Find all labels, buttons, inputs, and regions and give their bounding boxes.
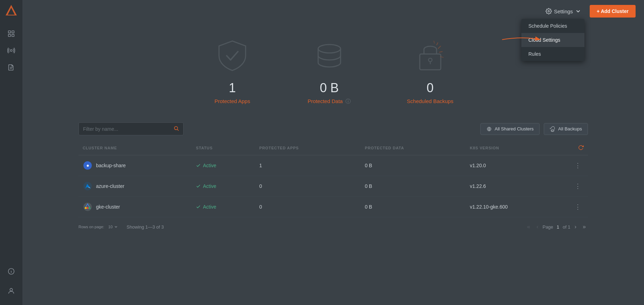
scheduled-backups-value: 0	[427, 81, 434, 95]
svg-line-20	[439, 52, 443, 52]
prev-page-button[interactable]: ‹	[534, 223, 540, 231]
col-k8s-version: K8S VERSION	[466, 141, 568, 155]
check-icon	[196, 204, 201, 209]
shield-icon	[213, 36, 252, 75]
next-page-button[interactable]: ›	[573, 223, 578, 231]
protected-data-label: Protected Data ⓘ	[308, 98, 351, 105]
status-cell-backup-share: Active	[192, 155, 255, 176]
table-row[interactable]: ⎈ backup-share Active 1 0 B v1.20.0 ⋮	[78, 155, 588, 176]
svg-rect-5	[12, 34, 14, 36]
sidebar-item-dashboard[interactable]	[4, 27, 18, 41]
svg-point-17	[429, 58, 432, 62]
help-icon[interactable]: ⓘ	[345, 98, 351, 104]
svg-point-37	[89, 207, 90, 209]
status-cell-gke-cluster: Active	[192, 197, 255, 217]
actions-cell-azure-cluster: ⋮	[568, 176, 588, 197]
refresh-button[interactable]	[578, 144, 584, 151]
svg-rect-3	[12, 31, 14, 33]
svg-point-12	[10, 289, 12, 291]
more-button-azure-cluster[interactable]: ⋮	[572, 181, 584, 191]
rows-per-page-label: Rows on page:	[78, 225, 104, 229]
all-backups-label: All Backups	[558, 126, 582, 131]
protected-data-cell-azure-cluster: 0 B	[361, 176, 466, 197]
search-icon	[173, 126, 179, 131]
protected-data-value: 0 B	[320, 81, 339, 95]
sidebar-item-documents[interactable]	[4, 60, 18, 74]
table-row[interactable]: azure-cluster Active 0 0 B v1.22.6 ⋮	[78, 176, 588, 197]
all-shared-clusters-button[interactable]: All Shared Clusters	[480, 123, 540, 135]
svg-point-28	[551, 129, 554, 131]
table-footer: Rows on page: 10 Showing 1—3 of 3 « ‹ Pa…	[22, 217, 644, 236]
clusters-table: CLUSTER NAME STATUS PROTECTED APPS PROTE…	[78, 141, 588, 217]
arrow-annotation	[502, 34, 544, 46]
rows-per-page-selector[interactable]: Rows on page: 10	[78, 224, 118, 230]
scheduled-backups-label: Scheduled Backups	[407, 98, 453, 104]
search-button[interactable]	[173, 126, 179, 132]
actions-cell-gke-cluster: ⋮	[568, 197, 588, 217]
sidebar-item-info[interactable]	[4, 264, 18, 278]
cluster-name-azure-cluster: azure-cluster	[96, 183, 124, 189]
more-button-backup-share[interactable]: ⋮	[572, 160, 584, 171]
add-cluster-button[interactable]: + Add Cluster	[590, 5, 636, 18]
svg-point-13	[548, 11, 550, 12]
col-actions	[568, 141, 588, 155]
stat-card-protected-data: 0 B Protected Data ⓘ	[308, 36, 351, 105]
col-cluster-name: CLUSTER NAME	[78, 141, 192, 155]
k8s-version-cell-azure-cluster: v1.22.6	[466, 176, 568, 197]
table-row[interactable]: gke-cluster Active 0 0 B v1.22.10-gke.60…	[78, 197, 588, 217]
filter-input[interactable]	[83, 126, 171, 132]
sidebar-item-user[interactable]	[4, 284, 18, 298]
svg-rect-2	[8, 31, 11, 33]
cluster-icon-gke-cluster	[83, 202, 93, 212]
k8s-version-cell-gke-cluster: v1.22.10-gke.600	[466, 197, 568, 217]
page-label: Page	[542, 224, 553, 230]
toolbar: All Shared Clusters All Backups	[22, 122, 644, 141]
col-protected-apps: PROTECTED APPS	[255, 141, 361, 155]
status-backup-share: Active	[203, 163, 216, 168]
cluster-icon-backup-share: ⎈	[83, 161, 93, 170]
cluster-name-cell-azure-cluster: azure-cluster	[78, 176, 192, 197]
settings-label: Settings	[554, 8, 573, 14]
svg-rect-4	[8, 34, 11, 36]
protected-data-cell-backup-share: 0 B	[361, 155, 466, 176]
app-logo[interactable]	[5, 4, 18, 17]
pagination: « ‹ Page 1 of 1 › »	[525, 223, 588, 231]
main-content: Settings + Add Cluster Schedule Policies…	[22, 0, 644, 305]
dropdown-item-rules[interactable]: Rules	[521, 47, 584, 61]
total-pages: of 1	[563, 224, 570, 230]
stat-card-scheduled-backups: 0 Scheduled Backups	[407, 36, 453, 105]
status-cell-azure-cluster: Active	[192, 176, 255, 197]
first-page-button[interactable]: «	[525, 223, 532, 231]
chevron-down-icon	[575, 8, 581, 14]
cluster-name-gke-cluster: gke-cluster	[96, 204, 120, 210]
stat-card-protected-apps: 1 Protected Apps	[213, 36, 252, 105]
svg-point-35	[87, 207, 88, 209]
cluster-name-backup-share: backup-share	[96, 163, 126, 168]
col-status: STATUS	[192, 141, 255, 155]
more-button-gke-cluster[interactable]: ⋮	[572, 202, 584, 212]
svg-line-22	[434, 41, 434, 43]
cluster-name-cell-gke-cluster: gke-cluster	[78, 197, 192, 217]
last-page-button[interactable]: »	[581, 223, 588, 231]
protected-apps-value: 1	[229, 81, 236, 95]
refresh-icon	[578, 144, 584, 150]
all-backups-button[interactable]: All Backups	[544, 123, 588, 135]
sidebar	[0, 0, 22, 305]
settings-button[interactable]: Settings	[541, 5, 585, 17]
svg-line-19	[438, 46, 441, 49]
check-icon	[196, 163, 201, 168]
filter-input-wrapper[interactable]	[78, 122, 184, 135]
svg-point-15	[318, 45, 341, 53]
backups-icon	[550, 126, 555, 132]
showing-text: Showing 1—3 of 3	[126, 224, 164, 230]
shared-clusters-icon	[486, 126, 492, 132]
lock-icon	[411, 36, 450, 75]
table-wrapper: CLUSTER NAME STATUS PROTECTED APPS PROTE…	[22, 141, 644, 217]
all-shared-clusters-label: All Shared Clusters	[495, 126, 534, 131]
dropdown-item-schedule-policies[interactable]: Schedule Policies	[521, 19, 584, 33]
sidebar-item-broadcast[interactable]	[4, 43, 18, 57]
svg-point-24	[174, 127, 178, 130]
cluster-name-cell-backup-share: ⎈ backup-share	[78, 155, 192, 176]
actions-cell-backup-share: ⋮	[568, 155, 588, 176]
database-icon	[310, 36, 349, 75]
